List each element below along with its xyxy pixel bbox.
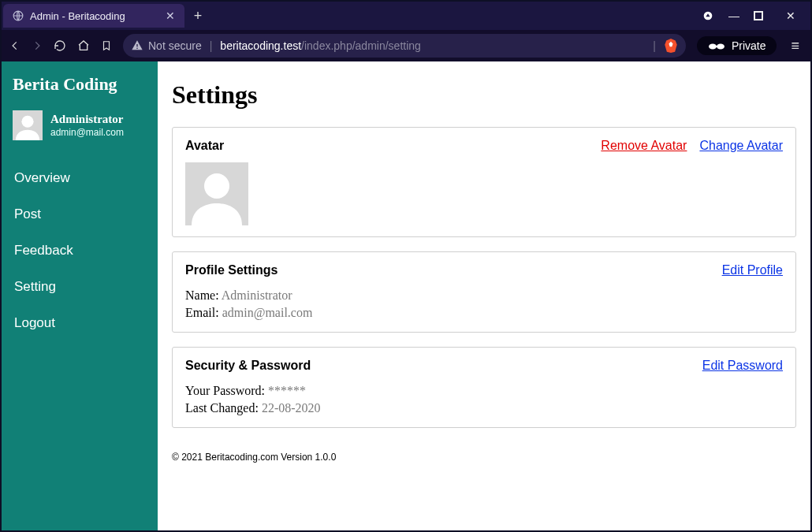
forward-button[interactable] bbox=[32, 40, 43, 51]
avatar-card-title: Avatar bbox=[185, 139, 224, 153]
password-row: Your Password: ****** bbox=[185, 382, 783, 400]
svg-rect-8 bbox=[716, 46, 717, 47]
tab-title: Admin - Beritacoding bbox=[30, 10, 159, 22]
profile-email-value: admin@mail.com bbox=[222, 306, 313, 319]
private-label: Private bbox=[732, 39, 766, 52]
sidebar-user-name: Administrator bbox=[50, 112, 124, 127]
page-title: Settings bbox=[172, 80, 796, 110]
sidebar-item-feedback[interactable]: Feedback bbox=[13, 235, 147, 266]
close-window-button[interactable]: ✕ bbox=[782, 9, 799, 22]
url-text: beritacoding.test/index.php/admin/settin… bbox=[220, 39, 421, 52]
private-indicator[interactable]: Private bbox=[697, 36, 777, 55]
brand-title: Berita Coding bbox=[13, 74, 147, 95]
menu-button[interactable]: ≡ bbox=[788, 38, 803, 54]
sidebar-item-post[interactable]: Post bbox=[13, 199, 147, 230]
address-bar[interactable]: Not secure | beritacoding.test/index.php… bbox=[123, 34, 686, 58]
svg-rect-3 bbox=[754, 12, 762, 20]
footer-text: © 2021 Beritacoding.com Version 1.0.0 bbox=[172, 452, 796, 463]
security-card: Security & Password Edit Password Your P… bbox=[172, 347, 796, 428]
sidebar-user-email: admin@mail.com bbox=[50, 127, 124, 139]
password-label: Your Password: bbox=[185, 384, 265, 397]
new-tab-button[interactable]: + bbox=[188, 6, 208, 26]
password-value: ****** bbox=[268, 384, 306, 397]
sidebar-item-logout[interactable]: Logout bbox=[13, 307, 147, 339]
profile-name-label: Name: bbox=[185, 288, 219, 302]
private-glasses-icon bbox=[708, 41, 725, 50]
browser-tab[interactable]: Admin - Beritacoding ✕ bbox=[3, 4, 184, 28]
profile-name-row: Name: Administrator bbox=[185, 287, 783, 304]
last-changed-value: 22-08-2020 bbox=[262, 401, 321, 415]
svg-rect-5 bbox=[136, 48, 137, 49]
change-avatar-link[interactable]: Change Avatar bbox=[699, 139, 783, 153]
edit-profile-link[interactable]: Edit Profile bbox=[722, 263, 783, 277]
svg-point-10 bbox=[21, 116, 33, 128]
not-secure-label: Not secure bbox=[148, 39, 202, 52]
brave-logo-icon[interactable] bbox=[664, 39, 678, 53]
brave-shields-icon[interactable] bbox=[702, 9, 714, 22]
svg-point-7 bbox=[717, 44, 724, 50]
remove-avatar-link[interactable]: Remove Avatar bbox=[601, 139, 687, 153]
bookmark-button[interactable] bbox=[101, 39, 112, 52]
avatar-icon bbox=[13, 110, 43, 140]
minimize-window-button[interactable]: — bbox=[725, 9, 743, 22]
profile-name-value: Administrator bbox=[222, 288, 292, 302]
last-changed-row: Last Changed: 22-08-2020 bbox=[185, 400, 783, 417]
edit-password-link[interactable]: Edit Password bbox=[702, 359, 783, 373]
profile-email-label: Email: bbox=[185, 306, 219, 319]
sidebar-user: Administrator admin@mail.com bbox=[13, 110, 147, 140]
sidebar: Berita Coding Administrator admin@mail.c… bbox=[2, 61, 158, 530]
svg-point-6 bbox=[709, 44, 717, 50]
sidebar-item-overview[interactable]: Overview bbox=[13, 162, 147, 194]
profile-card-title: Profile Settings bbox=[185, 263, 277, 277]
main-content: Settings Avatar Remove Avatar Change Ava… bbox=[158, 61, 810, 530]
avatar-card: Avatar Remove Avatar Change Avatar bbox=[172, 127, 796, 237]
not-secure-icon bbox=[131, 39, 143, 52]
sidebar-nav: Overview Post Feedback Setting Logout bbox=[13, 162, 147, 339]
close-tab-icon[interactable]: ✕ bbox=[166, 9, 175, 22]
globe-icon bbox=[13, 10, 24, 21]
security-card-title: Security & Password bbox=[185, 359, 311, 373]
profile-email-row: Email: admin@mail.com bbox=[185, 304, 783, 322]
browser-chrome: Admin - Beritacoding ✕ + — ✕ bbox=[2, 2, 810, 61]
back-button[interactable] bbox=[9, 40, 20, 51]
svg-point-12 bbox=[204, 173, 229, 199]
avatar-preview bbox=[185, 162, 248, 225]
maximize-window-button[interactable] bbox=[754, 11, 771, 20]
last-changed-label: Last Changed: bbox=[185, 401, 259, 415]
home-button[interactable] bbox=[77, 39, 90, 52]
sidebar-item-setting[interactable]: Setting bbox=[13, 271, 147, 303]
reload-button[interactable] bbox=[54, 39, 66, 52]
svg-rect-4 bbox=[136, 44, 137, 47]
profile-card: Profile Settings Edit Profile Name: Admi… bbox=[172, 251, 796, 333]
